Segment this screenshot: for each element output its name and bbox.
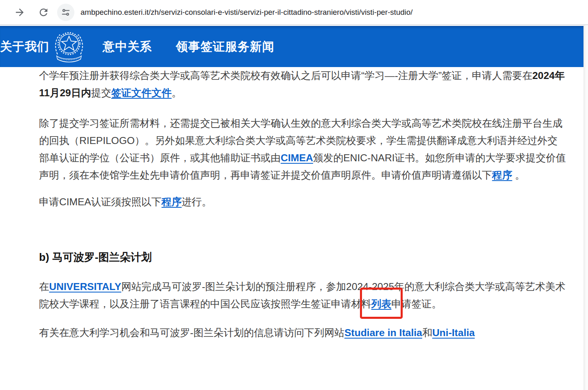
text-run: 。	[512, 169, 525, 181]
nav-item-italy-china-relations[interactable]: 意中关系	[103, 26, 152, 67]
text-run: 进行。	[182, 196, 212, 207]
text-run: 个学年预注册并获得综合类大学或高等艺术类院校有效确认之后可以申请“学习—-注册大…	[39, 70, 532, 81]
text-run: b) 马可波罗-图兰朵计划	[39, 251, 152, 263]
paragraph-p4: 在UNIVERSITALY网站完成马可波罗-图兰朵计划的预注册程序，参加2024…	[39, 278, 567, 313]
procedure-link-2[interactable]: 程序	[161, 196, 182, 207]
nav-item-consular-visa-services[interactable]: 领事签证服务	[176, 26, 250, 67]
annotated-link-wrap: 列表	[371, 295, 392, 313]
list-link[interactable]: 列表	[371, 298, 392, 309]
universitaly-link[interactable]: UNIVERSITALY	[49, 281, 122, 292]
uni-italia-link[interactable]: Uni-Italia	[432, 327, 475, 338]
procedure-link-1[interactable]: 程序	[492, 169, 512, 181]
paragraph-p3: 申请CIMEA认证须按照以下程序进行。	[39, 193, 567, 211]
text-run: 和	[422, 327, 432, 338]
paragraph-p5: 有关在意大利学习机会和马可波罗-图兰朵计划的信息请访问下列网站Studiare …	[39, 324, 567, 341]
forward-icon[interactable]	[11, 3, 29, 21]
back-icon[interactable]	[0, 3, 4, 21]
url-bar[interactable]: ambpechino.esteri.it/zh/servizi-consolar…	[81, 0, 413, 25]
text-run: 申请CIMEA认证须按照以下	[39, 196, 161, 207]
studiare-in-italia-link[interactable]: Studiare in Italia	[344, 327, 422, 338]
text-run: 提交	[91, 87, 111, 98]
site-navbar: 关于我们 意中关系 领事签证服务 新闻	[0, 26, 583, 67]
text-run: 。	[172, 87, 182, 98]
page-content: 个学年预注册并获得综合类大学或高等艺术类院校有效确认之后可以申请“学习—-注册大…	[39, 67, 567, 341]
scrollbar-track[interactable]	[583, 25, 588, 390]
paragraph-p2: 除了提交学习签证所需材料，还需提交已被相关大学确认生效的意大利综合类大学或高等艺…	[39, 115, 567, 184]
text-run: 有关在意大利学习机会和马可波罗-图兰朵计划的信息请访问下列网站	[39, 327, 344, 338]
site-settings-icon[interactable]	[57, 4, 74, 21]
nav-item-news[interactable]: 新闻	[250, 26, 274, 67]
text-run: 申请签证。	[392, 298, 442, 309]
visa-documents-link[interactable]: 签证文件文件	[111, 87, 172, 98]
paragraph-p1: 个学年预注册并获得综合类大学或高等艺术类院校有效确认之后可以申请“学习—-注册大…	[39, 67, 567, 102]
reload-icon[interactable]	[35, 3, 53, 21]
cimea-link[interactable]: CIMEA	[281, 152, 313, 163]
text-run: 在	[39, 281, 49, 292]
italy-emblem-logo[interactable]	[53, 27, 85, 67]
nav-item-about-us[interactable]: 关于我们	[0, 26, 49, 67]
section-heading: b) 马可波罗-图兰朵计划	[39, 248, 567, 266]
browser-toolbar: ambpechino.esteri.it/zh/servizi-consolar…	[0, 0, 588, 25]
